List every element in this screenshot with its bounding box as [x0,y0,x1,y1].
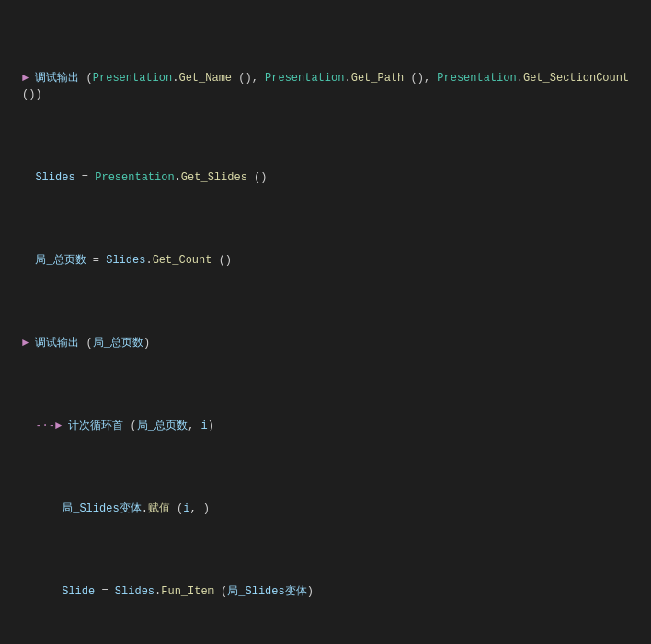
code-line-1: ► 调试输出 (Presentation.Get_Name (), Presen… [0,70,651,103]
line-text: 局_Slides变体.赋值 (i, ) [22,500,647,517]
code-line-4: ► 调试输出 (局_总页数) [0,335,651,351]
code-line-6: 局_Slides变体.赋值 (i, ) [0,500,651,517]
code-line-2: Slides = Presentation.Get_Slides () [0,169,651,186]
line-text: ► 调试输出 (Presentation.Get_Name (), Presen… [22,70,647,103]
line-text: Slides = Presentation.Get_Slides () [22,169,647,186]
line-text: ► 调试输出 (局_总页数) [22,335,647,351]
line-text: -·-► 计次循环首 (局_总页数, i) [22,418,647,434]
code-line-3: 局_总页数 = Slides.Get_Count () [0,252,651,269]
code-line-5: -·-► 计次循环首 (局_总页数, i) [0,418,651,434]
line-text: 局_总页数 = Slides.Get_Count () [22,252,647,269]
code-line-7: Slide = Slides.Fun_Item (局_Slides变体) [0,583,651,600]
code-editor[interactable]: ► 调试输出 (Presentation.Get_Name (), Presen… [0,0,651,644]
line-text: Slide = Slides.Fun_Item (局_Slides变体) [22,583,647,600]
